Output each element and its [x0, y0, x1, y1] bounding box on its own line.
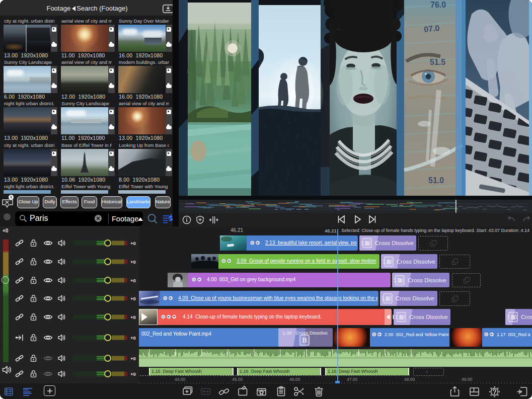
- svg-text:B: B: [387, 258, 391, 265]
- svg-text:B: B: [511, 314, 515, 321]
- svg-text:B: B: [365, 240, 369, 247]
- svg-text:51.0: 51.0: [428, 176, 444, 185]
- svg-text:B: B: [398, 277, 402, 284]
- svg-text:07.0: 07.0: [424, 24, 440, 34]
- svg-text:76.0: 76.0: [430, 1, 446, 9]
- svg-text:B: B: [399, 314, 404, 321]
- svg-text:51.5: 51.5: [430, 58, 445, 66]
- svg-text:B: B: [386, 295, 390, 302]
- svg-text:B: B: [302, 336, 307, 344]
